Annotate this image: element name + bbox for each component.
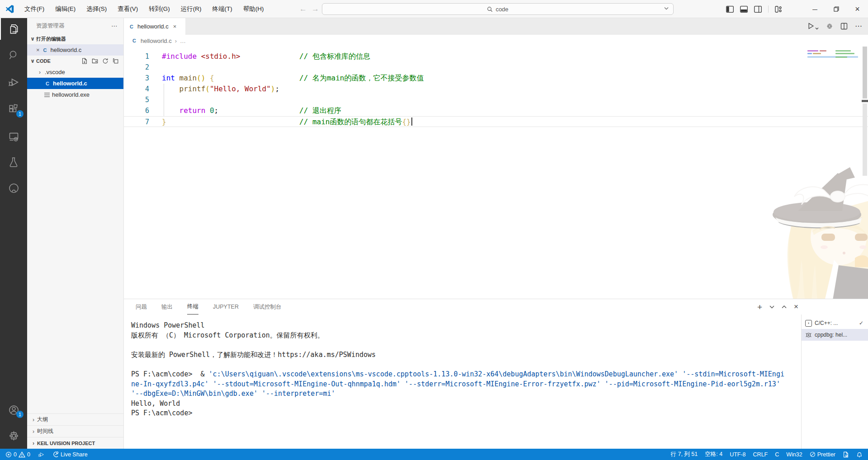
line-number: 5 (124, 94, 149, 105)
indentation[interactable]: 空格: 4 (701, 449, 726, 460)
split-editor-icon[interactable] (840, 23, 848, 30)
restore-button[interactable] (826, 0, 847, 18)
terminal-line: Windows PowerShell (131, 321, 796, 331)
tab-close-icon[interactable]: × (173, 23, 177, 30)
code-line-6[interactable]: 6 return 0;// 退出程序 (124, 105, 868, 116)
code-editor[interactable]: 1#include <stdio.h>// 包含标准库的信息23int main… (124, 47, 868, 299)
outline-section[interactable]: › 大纲 (27, 413, 123, 425)
cursor-position[interactable]: 行 7, 列 51 (667, 449, 702, 460)
menu-item-3[interactable]: 查看(V) (113, 3, 142, 15)
terminal-item-label: C/C++: ... (815, 320, 838, 326)
live-share-status[interactable]: Live Share (48, 449, 91, 460)
run-debug-icon[interactable] (0, 71, 27, 93)
minimap[interactable] (807, 49, 861, 63)
maximize-panel-chevron-icon[interactable] (782, 305, 787, 309)
code-line-3[interactable]: 3int main() {// 名为main的函数，它不接受参数值 (124, 73, 868, 84)
panel-tab-4[interactable]: 调试控制台 (253, 299, 282, 314)
close-editor-icon[interactable]: × (36, 47, 40, 53)
settings-gear-icon[interactable] (0, 425, 27, 446)
line-number: 7 (124, 117, 149, 127)
debug-status-icon[interactable] (34, 449, 48, 460)
menu-item-4[interactable]: 转到(G) (144, 3, 175, 15)
search-sidebar-icon[interactable] (0, 44, 27, 66)
language-mode[interactable]: C (771, 449, 783, 460)
breadcrumb-file: helloworld.c (141, 38, 172, 44)
breadcrumb[interactable]: C helloworld.c › … (124, 35, 868, 47)
toggle-panel-icon[interactable] (740, 6, 748, 13)
menu-item-2[interactable]: 选择(S) (82, 3, 111, 15)
line-number: 4 (124, 84, 149, 94)
timeline-section[interactable]: › 时间线 (27, 425, 123, 437)
customize-layout-icon[interactable] (775, 6, 782, 13)
extensions-icon[interactable]: 1 (0, 99, 27, 120)
terminal-line: PS F:\acm\code> (131, 408, 796, 418)
tree-item-helloworld-c[interactable]: C helloworld.c (27, 78, 123, 89)
menu-item-0[interactable]: 文件(F) (20, 3, 49, 15)
eol-sequence[interactable]: CRLF (750, 449, 772, 460)
toggle-sidebar-icon[interactable] (726, 6, 734, 13)
testing-icon[interactable] (0, 151, 27, 173)
folder-section[interactable]: ∨ CODE (27, 56, 123, 66)
panel-tab-2[interactable]: 终端 (187, 299, 198, 314)
open-editors-section[interactable]: ∨ 打开的编辑器 (27, 33, 123, 44)
new-folder-icon[interactable] (92, 58, 98, 64)
search-dropdown-chevron-icon[interactable] (664, 7, 669, 10)
status-bar: 0 0 Live Share 行 7, 列 51 空格: 4 UTF-8 CRL… (0, 449, 868, 460)
problems-status[interactable]: 0 0 (2, 449, 34, 460)
back-arrow-icon[interactable]: ← (299, 5, 307, 14)
menu-item-5[interactable]: 运行(R) (176, 3, 206, 15)
panel-tab-3[interactable]: JUPYTER (213, 299, 239, 314)
refresh-icon[interactable] (102, 58, 108, 64)
text-cursor (411, 117, 412, 126)
code-line-1[interactable]: 1#include <stdio.h>// 包含标准库的信息 (124, 51, 868, 62)
settings-gear-icon[interactable] (826, 23, 833, 30)
terminal-dropdown-chevron-icon[interactable] (769, 305, 774, 309)
command-search-box[interactable]: code (322, 3, 674, 15)
remote-explorer-icon[interactable] (0, 126, 27, 147)
folder-name-label: CODE (36, 58, 51, 64)
tree-item-helloworld-exe[interactable]: helloworld.exe (27, 89, 123, 100)
tab-helloworld-c[interactable]: C helloworld.c × (124, 18, 185, 35)
open-editor-row[interactable]: × C helloworld.c (27, 44, 123, 56)
open-editors-label: 打开的编辑器 (36, 36, 66, 42)
keil-uvision-label: KEIL UVISION PROJECT (37, 441, 95, 446)
outline-label: 大纲 (37, 416, 48, 423)
code-line-7[interactable]: 7}// main函数的语句都在花括号{} (124, 116, 868, 127)
menu-item-6[interactable]: 终端(T) (208, 3, 237, 15)
minimize-button[interactable]: ─ (804, 0, 826, 18)
editor-scrollbar[interactable] (862, 47, 868, 299)
encoding[interactable]: UTF-8 (726, 449, 749, 460)
code-line-5[interactable]: 5 (124, 94, 868, 105)
terminal-item-cpp-task[interactable]: › C/C++: ... ✓ (802, 317, 868, 329)
formatter-status[interactable]: Prettier (806, 449, 839, 460)
code-line-2[interactable]: 2 (124, 62, 868, 73)
forward-arrow-icon[interactable]: → (311, 5, 319, 14)
panel-tab-0[interactable]: 问题 (136, 299, 147, 314)
anime-character-watermark (766, 124, 868, 299)
terminal-item-cppdbg[interactable]: cppdbg: hel... (802, 329, 868, 341)
explorer-icon[interactable] (0, 18, 27, 40)
editor-more-icon[interactable]: ⋯ (855, 22, 863, 30)
run-file-button[interactable] (807, 22, 819, 30)
platform[interactable]: Win32 (783, 449, 806, 460)
collapse-all-icon[interactable] (113, 58, 119, 64)
account-icon[interactable]: 1 (0, 399, 27, 421)
keil-uvision-section[interactable]: › KEIL UVISION PROJECT (27, 437, 123, 449)
chevron-right-icon: › (30, 417, 37, 423)
github-icon[interactable] (0, 177, 27, 199)
close-window-button[interactable]: × (847, 0, 868, 18)
terminal-output[interactable]: Windows PowerShell版权所有 （C） Microsoft Cor… (131, 321, 796, 449)
menu-item-1[interactable]: 编辑(E) (51, 3, 80, 15)
sidebar-more-icon[interactable]: ⋯ (111, 22, 118, 29)
save-file-status-icon[interactable] (839, 449, 853, 460)
notifications-bell-icon[interactable] (853, 449, 866, 460)
panel-tab-1[interactable]: 输出 (161, 299, 173, 314)
code-line-4[interactable]: 4 printf("Hello, World"); (124, 84, 868, 94)
new-file-icon[interactable] (81, 58, 88, 64)
new-terminal-icon[interactable]: + (757, 303, 762, 311)
tree-item-vscode[interactable]: › .vscode (27, 66, 123, 78)
terminal-line: 版权所有 （C） Microsoft Corporation。保留所有权利。 (131, 331, 796, 341)
toggle-secondary-sidebar-icon[interactable] (754, 6, 762, 13)
menu-item-7[interactable]: 帮助(H) (239, 3, 269, 15)
close-panel-icon[interactable]: × (794, 302, 798, 311)
